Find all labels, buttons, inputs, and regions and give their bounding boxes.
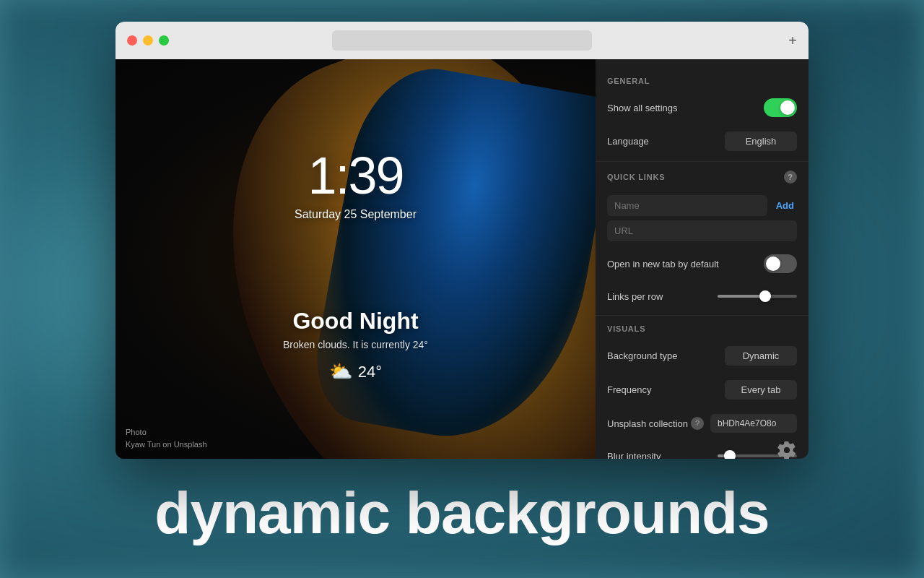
bottom-title-area: dynamic backgrounds — [0, 448, 924, 578]
toggle-knob — [780, 100, 795, 115]
open-new-tab-row: Open in new tab by default — [596, 247, 808, 280]
blur-slider-thumb[interactable] — [724, 450, 736, 459]
blur-intensity-row: Blur intensity — [596, 440, 808, 459]
background-type-label: Background type — [607, 350, 678, 361]
quick-links-section-header: QUICK LINKS ? — [596, 165, 808, 189]
weather-row: ⛅ 24° — [329, 361, 382, 383]
blur-intensity-label: Blur intensity — [607, 451, 661, 460]
quick-links-help-icon[interactable]: ? — [784, 171, 797, 184]
traffic-lights — [127, 35, 169, 46]
title-bar: + — [116, 22, 808, 59]
cloud-icon: ⛅ — [329, 361, 352, 383]
general-header-label: GENERAL — [607, 77, 650, 85]
browser-window: + 1:39 Saturday 25 September Good Night … — [116, 22, 808, 459]
show-all-settings-toggle[interactable] — [764, 98, 797, 117]
quick-links-inputs: Add — [596, 189, 808, 247]
unsplash-collection-row: Unsplash collection ? — [596, 407, 808, 440]
photo-credit: Photo Kyaw Tun on Unsplash — [126, 426, 207, 450]
language-row: Language English — [596, 124, 808, 158]
show-all-settings-label: Show all settings — [607, 103, 678, 113]
clock-overlay: 1:39 Saturday 25 September Good Night Br… — [116, 146, 596, 383]
unsplash-help-icon[interactable]: ? — [691, 417, 704, 430]
open-new-tab-knob — [766, 256, 780, 271]
general-section-header: GENERAL — [596, 71, 808, 91]
content-area: 1:39 Saturday 25 September Good Night Br… — [116, 59, 808, 459]
minimize-button[interactable] — [143, 35, 153, 46]
quick-links-header-label: QUICK LINKS — [607, 173, 665, 181]
quick-link-name-row: Add — [607, 195, 797, 216]
unsplash-collection-label: Unsplash collection — [607, 418, 688, 429]
background-type-row: Background type Dynamic — [596, 339, 808, 373]
clock-date: Saturday 25 September — [295, 208, 417, 221]
weather-description: Broken clouds. It is currently 24° — [283, 339, 428, 350]
visuals-section-header: VISUALS — [596, 319, 808, 339]
open-new-tab-label: Open in new tab by default — [607, 259, 719, 269]
quick-link-url-input[interactable] — [607, 220, 797, 241]
gear-icon-button[interactable] — [774, 437, 800, 459]
app-title: dynamic backgrounds — [154, 479, 769, 547]
slider-thumb[interactable] — [759, 290, 771, 302]
unsplash-collection-input[interactable] — [710, 414, 797, 433]
slider-fill — [718, 295, 765, 298]
settings-panel: GENERAL Show all settings Language Engli… — [596, 59, 808, 459]
photo-credit-line2: Kyaw Tun on Unsplash — [126, 439, 207, 451]
divider-2 — [596, 315, 808, 316]
visuals-header-label: VISUALS — [607, 324, 645, 333]
new-tab-panel: 1:39 Saturday 25 September Good Night Br… — [116, 59, 596, 459]
add-quick-link-button[interactable]: Add — [773, 197, 797, 214]
background-type-dropdown[interactable]: Dynamic — [725, 346, 797, 366]
new-tab-button[interactable]: + — [788, 33, 797, 49]
quick-link-name-input[interactable] — [607, 195, 767, 216]
open-new-tab-toggle[interactable] — [764, 254, 797, 273]
greeting-text: Good Night — [292, 308, 418, 335]
close-button[interactable] — [127, 35, 137, 46]
frequency-label: Frequency — [607, 384, 651, 395]
maximize-button[interactable] — [159, 35, 169, 46]
clock-time: 1:39 — [308, 146, 403, 205]
weather-temp: 24° — [358, 363, 382, 381]
divider-1 — [596, 161, 808, 162]
show-all-settings-row: Show all settings — [596, 91, 808, 124]
frequency-row: Frequency Every tab — [596, 373, 808, 407]
photo-credit-line1: Photo — [126, 426, 207, 439]
links-per-row-label: Links per row — [607, 291, 663, 302]
address-bar[interactable] — [332, 30, 592, 51]
language-label: Language — [607, 136, 649, 147]
slider-track — [718, 295, 797, 298]
language-dropdown[interactable]: English — [725, 131, 797, 151]
frequency-dropdown[interactable]: Every tab — [725, 380, 797, 400]
links-per-row-row: Links per row — [596, 280, 808, 312]
gear-icon — [777, 440, 797, 459]
links-per-row-slider[interactable] — [718, 295, 797, 298]
